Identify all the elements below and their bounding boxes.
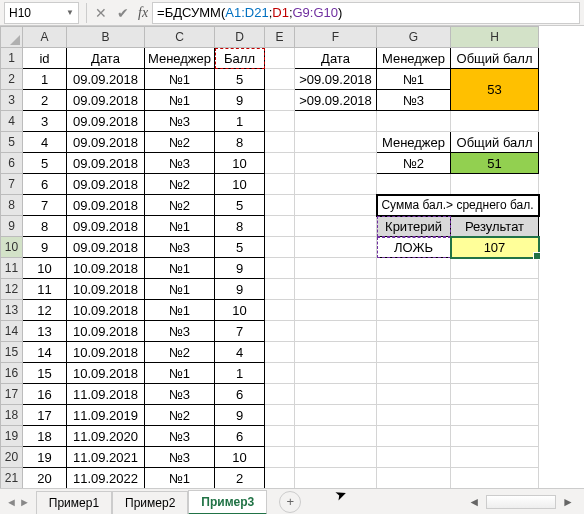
cell[interactable] <box>451 468 539 489</box>
row-header-3[interactable]: 3 <box>1 90 23 111</box>
cell[interactable] <box>377 405 451 426</box>
cell[interactable] <box>295 426 377 447</box>
cell[interactable]: 11.09.2020 <box>67 426 145 447</box>
cell[interactable]: 11.09.2019 <box>67 405 145 426</box>
cell[interactable]: 10.09.2018 <box>67 258 145 279</box>
cell[interactable]: 1 <box>23 69 67 90</box>
col-header-F[interactable]: F <box>295 27 377 48</box>
cell[interactable] <box>265 426 295 447</box>
cell[interactable]: 5 <box>215 237 265 258</box>
cell[interactable]: Менеджер <box>377 48 451 69</box>
cell[interactable]: 9 <box>23 237 67 258</box>
row-header-9[interactable]: 9 <box>1 216 23 237</box>
row-header-17[interactable]: 17 <box>1 384 23 405</box>
cell[interactable]: 11.09.2018 <box>67 384 145 405</box>
cell[interactable]: 4 <box>215 342 265 363</box>
cell[interactable] <box>377 468 451 489</box>
cell[interactable] <box>451 321 539 342</box>
col-header-C[interactable]: C <box>145 27 215 48</box>
cell[interactable]: 9 <box>215 258 265 279</box>
cell[interactable]: 18 <box>23 426 67 447</box>
tab-nav-prev-icon[interactable]: ◄ <box>6 496 17 508</box>
cell[interactable] <box>295 216 377 237</box>
cell[interactable]: 09.09.2018 <box>67 132 145 153</box>
cell[interactable] <box>295 237 377 258</box>
cell[interactable]: 09.09.2018 <box>67 174 145 195</box>
col-header-G[interactable]: G <box>377 27 451 48</box>
cell[interactable] <box>451 279 539 300</box>
cell[interactable] <box>265 258 295 279</box>
cell[interactable]: 8 <box>215 216 265 237</box>
name-box-dropdown-icon[interactable]: ▼ <box>66 8 74 17</box>
cell[interactable]: №3 <box>377 90 451 111</box>
cell[interactable] <box>451 300 539 321</box>
row-header-8[interactable]: 8 <box>1 195 23 216</box>
accept-icon[interactable]: ✔ <box>112 2 134 24</box>
row-header-21[interactable]: 21 <box>1 468 23 489</box>
cell[interactable]: 16 <box>23 384 67 405</box>
cell[interactable] <box>295 258 377 279</box>
cell[interactable]: №1 <box>145 363 215 384</box>
cell[interactable]: 51 <box>451 153 539 174</box>
cell[interactable]: №3 <box>145 447 215 468</box>
cell[interactable]: Дата <box>295 48 377 69</box>
cell[interactable]: 09.09.2018 <box>67 90 145 111</box>
cell[interactable]: 5 <box>215 69 265 90</box>
cell[interactable] <box>265 342 295 363</box>
cell[interactable]: 4 <box>23 132 67 153</box>
cancel-icon[interactable]: ✕ <box>90 2 112 24</box>
cell[interactable]: 8 <box>23 216 67 237</box>
hscroll-right-icon[interactable]: ► <box>562 495 574 509</box>
cell[interactable]: >09.09.2018 <box>295 69 377 90</box>
cell[interactable]: 3 <box>23 111 67 132</box>
cell[interactable]: Балл <box>215 48 265 69</box>
cell[interactable]: 6 <box>215 426 265 447</box>
cell[interactable]: №2 <box>145 132 215 153</box>
cell[interactable]: №1 <box>145 468 215 489</box>
cell[interactable] <box>451 342 539 363</box>
cell[interactable] <box>377 279 451 300</box>
cell[interactable] <box>265 447 295 468</box>
cell[interactable] <box>265 132 295 153</box>
col-header-D[interactable]: D <box>215 27 265 48</box>
cell[interactable] <box>451 447 539 468</box>
row-header-1[interactable]: 1 <box>1 48 23 69</box>
cell[interactable] <box>295 384 377 405</box>
cell[interactable] <box>295 111 377 132</box>
cell[interactable]: №2 <box>145 174 215 195</box>
cell[interactable] <box>265 405 295 426</box>
cell[interactable] <box>451 405 539 426</box>
cell[interactable] <box>295 132 377 153</box>
sheet-tab-1[interactable]: Пример1 <box>36 491 112 514</box>
cell[interactable] <box>295 321 377 342</box>
cell[interactable]: №3 <box>145 237 215 258</box>
row-header-13[interactable]: 13 <box>1 300 23 321</box>
cell[interactable]: №1 <box>145 279 215 300</box>
cell[interactable]: 09.09.2018 <box>67 111 145 132</box>
cell[interactable] <box>377 363 451 384</box>
cell[interactable]: Результат <box>451 216 539 237</box>
formula-input[interactable]: =БДСУММ(A1:D21;D1;G9:G10) <box>152 2 580 24</box>
cell[interactable] <box>451 258 539 279</box>
cell[interactable] <box>295 153 377 174</box>
cell[interactable]: 10 <box>23 258 67 279</box>
cell[interactable]: №2 <box>145 405 215 426</box>
cell[interactable] <box>295 195 377 216</box>
cell[interactable] <box>265 300 295 321</box>
cell[interactable] <box>451 174 539 195</box>
cell[interactable] <box>377 321 451 342</box>
cell[interactable] <box>295 447 377 468</box>
col-header-H[interactable]: H <box>451 27 539 48</box>
cell[interactable]: 10 <box>215 174 265 195</box>
row-header-20[interactable]: 20 <box>1 447 23 468</box>
cell[interactable] <box>451 111 539 132</box>
cell[interactable]: 9 <box>215 90 265 111</box>
cell[interactable]: 10.09.2018 <box>67 342 145 363</box>
cell[interactable] <box>295 342 377 363</box>
cell[interactable] <box>377 258 451 279</box>
cell[interactable] <box>265 69 295 90</box>
row-header-19[interactable]: 19 <box>1 426 23 447</box>
tab-nav-next-icon[interactable]: ► <box>19 496 30 508</box>
cell[interactable]: 11 <box>23 279 67 300</box>
cell[interactable]: 09.09.2018 <box>67 195 145 216</box>
